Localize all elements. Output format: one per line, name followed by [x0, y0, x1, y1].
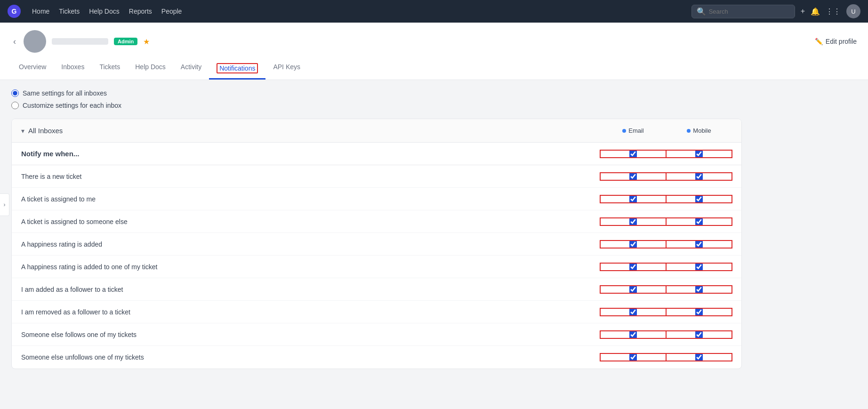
mobile-checkbox-col-7 — [666, 331, 732, 338]
notification-settings-radio: Same settings for all inboxes Customize … — [11, 89, 742, 109]
user-avatar[interactable]: U — [846, 4, 860, 18]
email-checkbox-7[interactable] — [629, 331, 637, 338]
mobile-label: Mobile — [693, 127, 711, 134]
profile-name — [52, 38, 108, 45]
notify-row-label: A ticket is assigned to someone else — [21, 218, 600, 225]
email-column-header: Email — [600, 127, 666, 134]
mobile-header-checkbox-col — [666, 150, 732, 158]
mobile-checkbox-1[interactable] — [695, 195, 703, 203]
notify-row-label: I am removed as a follower to a ticket — [21, 308, 600, 316]
email-checkbox-4[interactable] — [629, 263, 637, 271]
notify-row: A happiness rating is added to one of my… — [12, 256, 741, 278]
mobile-checkbox-0[interactable] — [695, 173, 703, 180]
chevron-down-icon: ▾ — [21, 127, 24, 135]
mobile-checkbox-col-2 — [666, 218, 732, 225]
email-checkbox-col-6 — [600, 308, 666, 316]
notify-row: A ticket is assigned to me — [12, 188, 741, 210]
email-checkbox-8[interactable] — [629, 353, 637, 361]
notify-row-label: There is a new ticket — [21, 173, 600, 180]
radio-same-label: Same settings for all inboxes — [23, 89, 107, 97]
notify-row-label: A ticket is assigned to me — [21, 195, 600, 203]
logo[interactable]: G — [8, 5, 21, 18]
nav-help-docs[interactable]: Help Docs — [89, 8, 120, 15]
tab-activity[interactable]: Activity — [173, 58, 209, 80]
tab-inboxes[interactable]: Inboxes — [54, 58, 92, 80]
email-checkbox-5[interactable] — [629, 286, 637, 293]
mobile-checkbox-6[interactable] — [695, 308, 703, 316]
email-checkbox-1[interactable] — [629, 195, 637, 203]
mobile-checkbox-col-5 — [666, 286, 732, 293]
email-checkbox-col-1 — [600, 195, 666, 203]
all-inboxes-title: All Inboxes — [28, 127, 600, 135]
nav-links: Home Tickets Help Docs Reports People — [32, 8, 182, 15]
notifications-bell-icon[interactable]: 🔔 — [811, 7, 820, 16]
nav-tickets[interactable]: Tickets — [59, 8, 80, 15]
mobile-checkbox-3[interactable] — [695, 241, 703, 248]
notify-row: Someone else follows one of my tickets — [12, 323, 741, 346]
email-checkbox-col-4 — [600, 263, 666, 271]
mobile-checkbox-5[interactable] — [695, 286, 703, 293]
mobile-checkbox-col-3 — [666, 241, 732, 248]
tab-api-keys[interactable]: API Keys — [265, 58, 308, 80]
mobile-checkbox-7[interactable] — [695, 331, 703, 338]
notifications-tab-highlight: Notifications — [217, 63, 258, 73]
grid-icon[interactable]: ⋮⋮ — [826, 7, 841, 16]
email-checkbox-col-3 — [600, 241, 666, 248]
mobile-checkbox-col-8 — [666, 353, 732, 361]
search-icon: 🔍 — [697, 7, 706, 16]
tab-notifications[interactable]: Notifications — [209, 58, 265, 80]
radio-same-settings[interactable]: Same settings for all inboxes — [11, 89, 742, 97]
mobile-checkbox-8[interactable] — [695, 353, 703, 361]
notify-rows: There is a new ticket A ticket is assign… — [12, 165, 741, 369]
right-controls: 🔍 + 🔔 ⋮⋮ U — [691, 4, 860, 18]
nav-home[interactable]: Home — [32, 8, 49, 15]
radio-same-input[interactable] — [11, 89, 19, 97]
email-checkbox-col-5 — [600, 286, 666, 293]
tab-overview[interactable]: Overview — [11, 58, 54, 80]
tab-help-docs[interactable]: Help Docs — [128, 58, 173, 80]
edit-profile-button[interactable]: ✏️ Edit profile — [815, 38, 857, 45]
top-nav: G Home Tickets Help Docs Reports People … — [0, 0, 868, 23]
mobile-dot — [687, 129, 691, 133]
add-button[interactable]: + — [801, 7, 805, 16]
mobile-checkbox-col-6 — [666, 308, 732, 316]
email-header-checkbox[interactable] — [629, 150, 637, 158]
search-input[interactable] — [709, 8, 790, 15]
email-checkbox-0[interactable] — [629, 173, 637, 180]
email-checkbox-col-2 — [600, 218, 666, 225]
inbox-card: ▾ All Inboxes Email Mobile Notify me whe… — [11, 119, 742, 369]
email-label: Email — [628, 127, 644, 134]
notify-row-label: A happiness rating is added to one of my… — [21, 263, 600, 271]
inbox-card-header: ▾ All Inboxes Email Mobile — [12, 119, 741, 143]
mobile-column-header: Mobile — [666, 127, 732, 134]
email-checkbox-3[interactable] — [629, 241, 637, 248]
back-button[interactable]: ‹ — [11, 35, 18, 48]
tab-navigation: Overview Inboxes Tickets Help Docs Activ… — [11, 58, 857, 80]
email-checkbox-col-0 — [600, 173, 666, 180]
notify-row: Someone else unfollows one of my tickets — [12, 346, 741, 369]
nav-people[interactable]: People — [161, 8, 182, 15]
tab-tickets[interactable]: Tickets — [92, 58, 128, 80]
email-checkbox-col-7 — [600, 331, 666, 338]
mobile-checkbox-col-1 — [666, 195, 732, 203]
email-checkbox-2[interactable] — [629, 218, 637, 225]
radio-custom-settings[interactable]: Customize settings for each inbox — [11, 102, 742, 109]
notify-row-label: Someone else unfollows one of my tickets — [21, 353, 600, 361]
mobile-checkbox-4[interactable] — [695, 263, 703, 271]
admin-badge: Admin — [114, 38, 137, 45]
email-checkbox-6[interactable] — [629, 308, 637, 316]
email-checkbox-col-8 — [600, 353, 666, 361]
sidebar-toggle[interactable]: › — [0, 193, 9, 216]
notify-row: A ticket is assigned to someone else — [12, 210, 741, 233]
radio-custom-label: Customize settings for each inbox — [23, 102, 121, 109]
radio-custom-input[interactable] — [11, 102, 19, 109]
notify-row: I am added as a follower to a ticket — [12, 278, 741, 301]
mobile-checkbox-2[interactable] — [695, 218, 703, 225]
main-content: Same settings for all inboxes Customize … — [0, 80, 753, 378]
notify-row: There is a new ticket — [12, 165, 741, 188]
notify-row-label: A happiness rating is added — [21, 241, 600, 248]
nav-reports[interactable]: Reports — [129, 8, 152, 15]
email-header-checkbox-col — [600, 150, 666, 158]
search-bar[interactable]: 🔍 — [691, 5, 795, 18]
mobile-header-checkbox[interactable] — [695, 150, 703, 158]
